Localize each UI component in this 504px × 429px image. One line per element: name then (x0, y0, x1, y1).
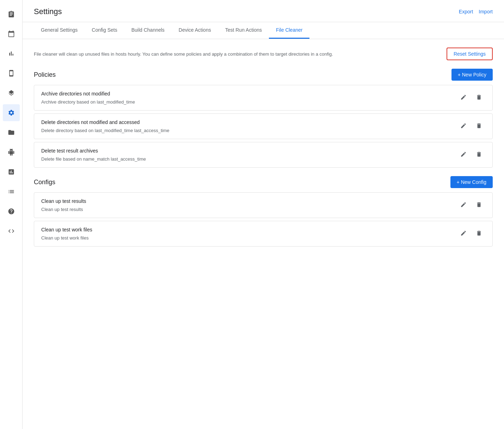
sidebar (0, 0, 23, 429)
configs-section-header: Configs + New Config (34, 176, 493, 188)
sidebar-item-android[interactable] (3, 144, 20, 161)
edit-icon (460, 94, 467, 100)
tab-config-sets[interactable]: Config Sets (85, 22, 124, 39)
settings-icon (8, 109, 15, 116)
policy-delete-button-0[interactable] (473, 91, 485, 104)
configs-section: Configs + New Config Clean up test resul… (34, 176, 493, 247)
policy-card-0: Archive directories not modified Archive… (34, 85, 493, 111)
policy-subtitle-0: Archive directory based on last_modified… (41, 99, 135, 105)
policy-subtitle-2: Delete file based on name_match last_acc… (41, 156, 146, 162)
policy-delete-button-2[interactable] (473, 148, 485, 161)
policy-actions-0 (457, 91, 485, 104)
sidebar-item-calendar[interactable] (3, 25, 20, 42)
policies-title: Policies (34, 71, 56, 79)
config-subtitle-1: Clean up test work files (41, 235, 92, 241)
config-title-0: Clean up test results (41, 198, 86, 204)
delete-icon (476, 230, 482, 236)
policies-section-header: Policies + New Policy (34, 69, 493, 81)
page-header: Settings Export Import (23, 0, 504, 22)
main-content: Settings Export Import General Settings … (23, 0, 504, 429)
folder-icon (8, 129, 15, 136)
delete-icon (476, 201, 482, 208)
sidebar-item-list[interactable] (3, 183, 20, 200)
policy-info-1: Delete directories not modified and acce… (41, 119, 169, 133)
new-policy-button[interactable]: + New Policy (451, 69, 493, 81)
tab-general-settings[interactable]: General Settings (34, 22, 85, 39)
policy-title-2: Delete test result archives (41, 148, 146, 154)
policy-title-0: Archive directories not modified (41, 91, 135, 97)
description-bar: File cleaner will clean up unused files … (34, 48, 493, 60)
new-config-button[interactable]: + New Config (450, 176, 493, 188)
description-text: File cleaner will clean up unused files … (34, 51, 441, 57)
import-link[interactable]: Import (479, 9, 493, 14)
activity-icon (8, 168, 15, 175)
list-icon (8, 188, 15, 195)
config-info-0: Clean up test results Clean up test resu… (41, 198, 86, 212)
sidebar-item-activity[interactable] (3, 163, 20, 180)
clipboard-icon (8, 11, 15, 18)
tab-test-run-actions[interactable]: Test Run Actions (218, 22, 269, 39)
config-edit-button-1[interactable] (457, 227, 470, 240)
policy-edit-button-0[interactable] (457, 91, 470, 104)
policy-card-2: Delete test result archives Delete file … (34, 142, 493, 168)
policy-info-0: Archive directories not modified Archive… (41, 91, 135, 105)
policy-subtitle-1: Delete directory based on last_modified_… (41, 128, 169, 133)
config-subtitle-0: Clean up test results (41, 207, 86, 212)
delete-icon (476, 151, 482, 157)
config-edit-button-0[interactable] (457, 198, 470, 211)
sidebar-item-help[interactable] (3, 203, 20, 220)
edit-icon (460, 201, 467, 208)
policy-edit-button-2[interactable] (457, 148, 470, 161)
policy-card-1: Delete directories not modified and acce… (34, 113, 493, 139)
phone-icon (8, 70, 15, 77)
configs-title: Configs (34, 179, 55, 186)
edit-icon (460, 230, 467, 236)
config-delete-button-1[interactable] (473, 227, 485, 240)
sidebar-item-clipboard[interactable] (3, 6, 20, 23)
export-link[interactable]: Export (459, 9, 473, 14)
tab-file-cleaner[interactable]: File Cleaner (269, 22, 309, 39)
page-title: Settings (34, 7, 62, 22)
sidebar-item-settings[interactable] (3, 104, 20, 121)
reset-settings-button[interactable]: Reset Settings (447, 48, 493, 60)
edit-icon (460, 151, 467, 157)
tabs-bar: General Settings Config Sets Build Chann… (23, 22, 504, 39)
sidebar-item-chart[interactable] (3, 45, 20, 62)
layers-icon (8, 89, 15, 97)
config-actions-0 (457, 198, 485, 211)
policies-section: Policies + New Policy Archive directorie… (34, 69, 493, 168)
config-delete-button-0[interactable] (473, 198, 485, 211)
policy-title-1: Delete directories not modified and acce… (41, 119, 169, 125)
sidebar-item-phone[interactable] (3, 65, 20, 82)
sidebar-item-code[interactable] (3, 223, 20, 240)
delete-icon (476, 94, 482, 100)
help-icon (8, 208, 15, 215)
policy-edit-button-1[interactable] (457, 119, 470, 132)
config-info-1: Clean up test work files Clean up test w… (41, 227, 92, 241)
delete-icon (476, 123, 482, 129)
header-actions: Export Import (459, 9, 493, 20)
edit-icon (460, 123, 467, 129)
config-card-1: Clean up test work files Clean up test w… (34, 221, 493, 247)
config-card-0: Clean up test results Clean up test resu… (34, 192, 493, 218)
policy-delete-button-1[interactable] (473, 119, 485, 132)
sidebar-item-layers[interactable] (3, 85, 20, 101)
tab-build-channels[interactable]: Build Channels (124, 22, 172, 39)
code-icon (8, 228, 15, 235)
android-icon (8, 149, 15, 156)
page-content: File cleaner will clean up unused files … (23, 39, 504, 429)
config-actions-1 (457, 227, 485, 240)
policy-actions-2 (457, 148, 485, 161)
tab-device-actions[interactable]: Device Actions (172, 22, 218, 39)
calendar-icon (8, 30, 15, 37)
policy-actions-1 (457, 119, 485, 132)
policy-info-2: Delete test result archives Delete file … (41, 148, 146, 162)
chart-icon (8, 50, 15, 57)
config-title-1: Clean up test work files (41, 227, 92, 232)
sidebar-item-folder[interactable] (3, 124, 20, 141)
